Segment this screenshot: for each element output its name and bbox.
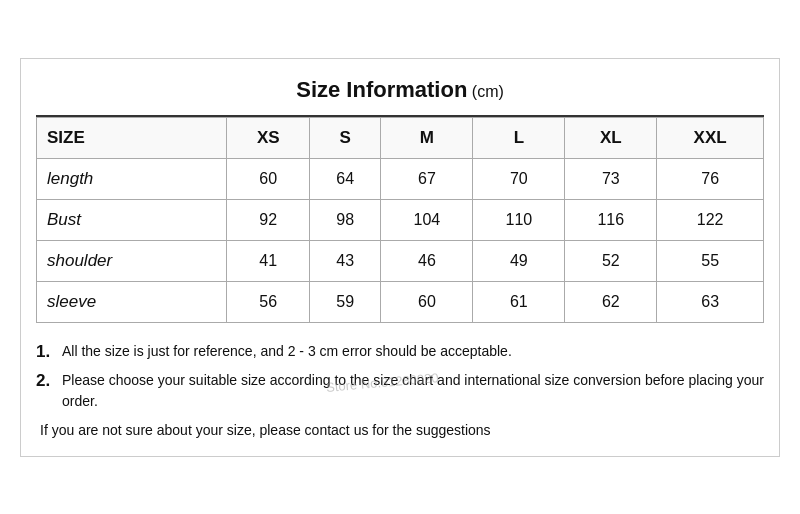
- col-header-xxl: XXL: [657, 117, 764, 158]
- cell-length-XL: 73: [565, 158, 657, 199]
- cell-shoulder-S: 43: [310, 240, 381, 281]
- note-number: 2.: [36, 371, 58, 391]
- title-row: Size Information (cm): [36, 69, 764, 117]
- table-wrapper: SIZEXSSMLXLXXLlength606467707376Bust9298…: [36, 117, 764, 323]
- cell-length-XS: 60: [227, 158, 310, 199]
- cell-shoulder-XXL: 55: [657, 240, 764, 281]
- cell-shoulder-L: 49: [473, 240, 565, 281]
- col-header-xl: XL: [565, 117, 657, 158]
- cell-sleeve-L: 61: [473, 281, 565, 322]
- chart-unit: (cm): [472, 83, 504, 100]
- size-table: SIZEXSSMLXLXXLlength606467707376Bust9298…: [36, 117, 764, 323]
- col-size-label: SIZE: [37, 117, 227, 158]
- cell-sleeve-S: 59: [310, 281, 381, 322]
- notes-section: 1.All the size is just for reference, an…: [36, 337, 764, 441]
- cell-sleeve-XXL: 63: [657, 281, 764, 322]
- cell-length-S: 64: [310, 158, 381, 199]
- cell-shoulder-M: 46: [381, 240, 473, 281]
- cell-Bust-S: 98: [310, 199, 381, 240]
- note-text: All the size is just for reference, and …: [62, 341, 512, 362]
- row-label-Bust: Bust: [37, 199, 227, 240]
- chart-title: Size Information: [296, 77, 467, 102]
- size-chart-container: Size Information (cm) SIZEXSSMLXLXXLleng…: [20, 58, 780, 457]
- row-label-shoulder: shoulder: [37, 240, 227, 281]
- col-header-xs: XS: [227, 117, 310, 158]
- note-text: Please choose your suitable size accordi…: [62, 370, 764, 412]
- table-row: sleeve565960616263: [37, 281, 764, 322]
- row-label-length: length: [37, 158, 227, 199]
- table-row: Bust9298104110116122: [37, 199, 764, 240]
- cell-Bust-XXL: 122: [657, 199, 764, 240]
- cell-shoulder-XS: 41: [227, 240, 310, 281]
- col-header-m: M: [381, 117, 473, 158]
- extra-note: If you are not sure about your size, ple…: [36, 420, 764, 441]
- table-row: length606467707376: [37, 158, 764, 199]
- table-row: shoulder414346495255: [37, 240, 764, 281]
- cell-length-XXL: 76: [657, 158, 764, 199]
- cell-length-M: 67: [381, 158, 473, 199]
- cell-sleeve-XS: 56: [227, 281, 310, 322]
- cell-Bust-XS: 92: [227, 199, 310, 240]
- cell-Bust-XL: 116: [565, 199, 657, 240]
- cell-sleeve-M: 60: [381, 281, 473, 322]
- note-number: 1.: [36, 342, 58, 362]
- cell-sleeve-XL: 62: [565, 281, 657, 322]
- col-header-s: S: [310, 117, 381, 158]
- row-label-sleeve: sleeve: [37, 281, 227, 322]
- cell-shoulder-XL: 52: [565, 240, 657, 281]
- cell-Bust-M: 104: [381, 199, 473, 240]
- cell-Bust-L: 110: [473, 199, 565, 240]
- note-item: 1.All the size is just for reference, an…: [36, 341, 764, 362]
- col-header-l: L: [473, 117, 565, 158]
- cell-length-L: 70: [473, 158, 565, 199]
- note-item: 2.Please choose your suitable size accor…: [36, 370, 764, 412]
